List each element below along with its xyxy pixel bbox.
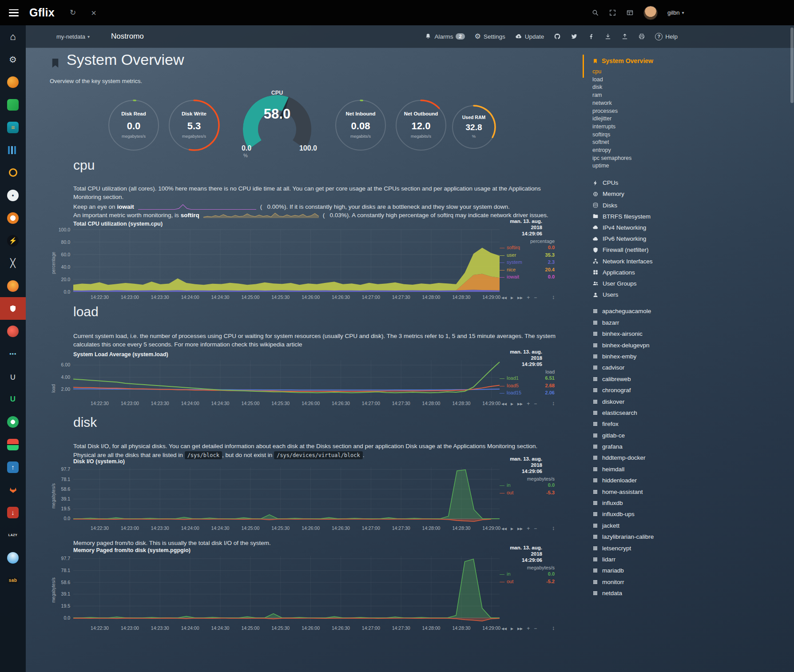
- sidebar-app-search-white-icon[interactable]: ●: [0, 184, 26, 207]
- menu-subitem-idlejitter[interactable]: idlejitter: [592, 115, 794, 123]
- legend-entry[interactable]: —load152.06: [499, 389, 557, 397]
- zoom-in-button[interactable]: +: [527, 625, 530, 632]
- update-button[interactable]: Update: [515, 33, 544, 40]
- pan-right-button[interactable]: ▸▸: [517, 625, 523, 632]
- menu-subitem-load[interactable]: load: [592, 76, 794, 84]
- chart-cpu[interactable]: Total CPU utilization (system.cpu)man. 1…: [50, 221, 557, 310]
- zoom-in-button[interactable]: +: [527, 294, 530, 301]
- sidebar-app-stack-icon[interactable]: [0, 433, 26, 456]
- sidebar-app-shield-app-icon[interactable]: [0, 297, 26, 320]
- sidebar-app-sabnzbd-icon[interactable]: sab: [0, 569, 26, 592]
- menu-system-overview[interactable]: System Overview: [583, 48, 794, 64]
- menu-subitem-ipc-semaphores[interactable]: ipc semaphores: [592, 155, 794, 163]
- twitter-icon[interactable]: [571, 33, 578, 40]
- menu-subitem-cpu[interactable]: cpu: [592, 68, 794, 76]
- legend-entry[interactable]: —system2.3: [499, 258, 557, 266]
- chart-load[interactable]: System Load Average (system.load)man. 13…: [50, 351, 557, 416]
- zoom-in-button[interactable]: +: [527, 525, 530, 532]
- sidebar-app-unraid-icon[interactable]: ∪: [0, 365, 26, 388]
- chart-resize-handle[interactable]: ↕: [552, 624, 555, 631]
- menu-subitem-interrupts[interactable]: interrupts: [592, 123, 794, 131]
- menu-subitem-disk[interactable]: disk: [592, 84, 794, 91]
- pan-left-button[interactable]: ◂◂: [501, 625, 507, 632]
- sidebar-app-downloader-icon[interactable]: ↓: [0, 501, 26, 524]
- menu-container-heimdall[interactable]: heimdall: [592, 464, 794, 475]
- legend-entry[interactable]: —iowait0.0: [499, 273, 557, 281]
- sidebar-app-hydra-icon[interactable]: [0, 207, 26, 229]
- menu-container-gitlab-ce[interactable]: gitlab-ce: [592, 430, 794, 441]
- sidebar-app-plex-icon[interactable]: [0, 71, 26, 93]
- sidebar-app-emby-icon[interactable]: [0, 410, 26, 433]
- legend-entry[interactable]: —softirq0.0: [499, 244, 557, 251]
- menu-section-user-groups[interactable]: User Groups: [592, 278, 794, 289]
- menu-container-diskover[interactable]: diskover: [592, 396, 794, 407]
- sidebar-app-home-icon[interactable]: ⌂: [0, 25, 26, 48]
- fullscreen-icon[interactable]: [609, 9, 616, 16]
- chart-disk[interactable]: Disk I/O (system.io)man. 13. aug. 201814…: [50, 458, 557, 541]
- menu-container-binhex-emby[interactable]: binhex-emby: [592, 351, 794, 362]
- menu-section-network-interfaces[interactable]: Network Interfaces: [592, 255, 794, 266]
- sidebar-app-duplicati-icon[interactable]: [0, 546, 26, 569]
- menu-container-mariadb[interactable]: mariadb: [592, 565, 794, 576]
- pan-right-button[interactable]: ▸▸: [517, 401, 523, 407]
- menu-subitem-softirqs[interactable]: softirqs: [592, 131, 794, 139]
- sidebar-app-gitlab-icon[interactable]: [0, 478, 26, 501]
- play-button[interactable]: ▸: [511, 525, 513, 532]
- pan-left-button[interactable]: ◂◂: [501, 401, 507, 407]
- menu-section-ipv6-networking[interactable]: IPv6 Networking: [592, 233, 794, 244]
- menu-container-bazarr[interactable]: bazarr: [592, 317, 794, 328]
- menu-section-disks[interactable]: Disks: [592, 200, 794, 211]
- menu-subitem-entropy[interactable]: entropy: [592, 147, 794, 155]
- search-icon[interactable]: [592, 9, 599, 16]
- sidebar-app-media-green-icon[interactable]: [0, 93, 26, 116]
- refresh-icon[interactable]: ↻: [70, 9, 76, 16]
- menu-container-firefox[interactable]: firefox: [592, 418, 794, 429]
- sidebar-app-xteve-icon[interactable]: ╳: [0, 252, 26, 274]
- chart-resize-handle[interactable]: ↕: [552, 525, 555, 531]
- play-button[interactable]: ▸: [511, 401, 513, 407]
- menu-subitem-softnet[interactable]: softnet: [592, 139, 794, 147]
- menu-container-jackett[interactable]: jackett: [592, 520, 794, 531]
- chart-pgpgio[interactable]: Memory Paged from/to disk (system.pgpgio…: [50, 547, 557, 663]
- menu-container-chronograf[interactable]: chronograf: [592, 385, 794, 396]
- menu-container-monitorr[interactable]: monitorr: [592, 577, 794, 588]
- sidebar-app-grafana-icon[interactable]: [0, 274, 26, 297]
- menu-container-binhex-delugevpn[interactable]: binhex-delugevpn: [592, 339, 794, 350]
- sidebar-app-lazylibrarian-icon[interactable]: LAZY: [0, 524, 26, 546]
- sidebar-app-airsonic-icon[interactable]: [0, 139, 26, 161]
- legend-entry[interactable]: —load16.51: [499, 374, 557, 382]
- facebook-icon[interactable]: [588, 33, 595, 40]
- import-icon[interactable]: [604, 33, 611, 40]
- menu-container-lazylibrarian-calibre[interactable]: lazylibrarian-calibre: [592, 531, 794, 542]
- sidebar-app-uploader-icon[interactable]: ↑: [0, 456, 26, 478]
- menu-section-applications[interactable]: Applications: [592, 267, 794, 278]
- menu-subitem-ram[interactable]: ram: [592, 91, 794, 99]
- avatar[interactable]: [643, 6, 658, 20]
- help-button[interactable]: ?Help: [655, 33, 678, 40]
- alarms-button[interactable]: Alarms 2: [425, 33, 464, 40]
- sidebar-app-jukebox-icon[interactable]: ≡: [0, 116, 26, 139]
- menu-container-hddtemp-docker[interactable]: hddtemp-docker: [592, 452, 794, 463]
- export-icon[interactable]: [621, 33, 628, 40]
- menu-container-lidarr[interactable]: lidarr: [592, 554, 794, 565]
- menu-container-cadvisor[interactable]: cadvisor: [592, 362, 794, 373]
- chart-resize-handle[interactable]: ↕: [552, 294, 555, 300]
- menu-section-cpus[interactable]: CPUs: [592, 177, 794, 188]
- menu-section-memory[interactable]: Memory: [592, 188, 794, 199]
- github-icon[interactable]: [554, 33, 561, 40]
- menu-container-apacheguacamole[interactable]: apacheguacamole: [592, 306, 794, 317]
- menu-container-grafana[interactable]: grafana: [592, 441, 794, 452]
- sidebar-app-nextcloud-icon[interactable]: ●●●: [0, 342, 26, 365]
- sidebar-app-jackett-icon[interactable]: [0, 161, 26, 184]
- menu-container-netdata[interactable]: netdata: [592, 588, 794, 599]
- legend-entry[interactable]: —load52.68: [499, 382, 557, 390]
- menu-container-influxdb[interactable]: influxdb: [592, 497, 794, 509]
- server-dropdown[interactable]: my-netdata▾: [56, 33, 90, 40]
- menu-container-letsencrypt[interactable]: letsencrypt: [592, 542, 794, 553]
- pan-left-button[interactable]: ◂◂: [501, 525, 507, 532]
- legend-entry[interactable]: —out-5.2: [499, 578, 557, 585]
- close-icon[interactable]: ×: [91, 8, 96, 17]
- menu-container-hiddenloader[interactable]: hiddenloader: [592, 475, 794, 486]
- pan-left-button[interactable]: ◂◂: [501, 294, 507, 301]
- zoom-in-button[interactable]: +: [527, 401, 530, 407]
